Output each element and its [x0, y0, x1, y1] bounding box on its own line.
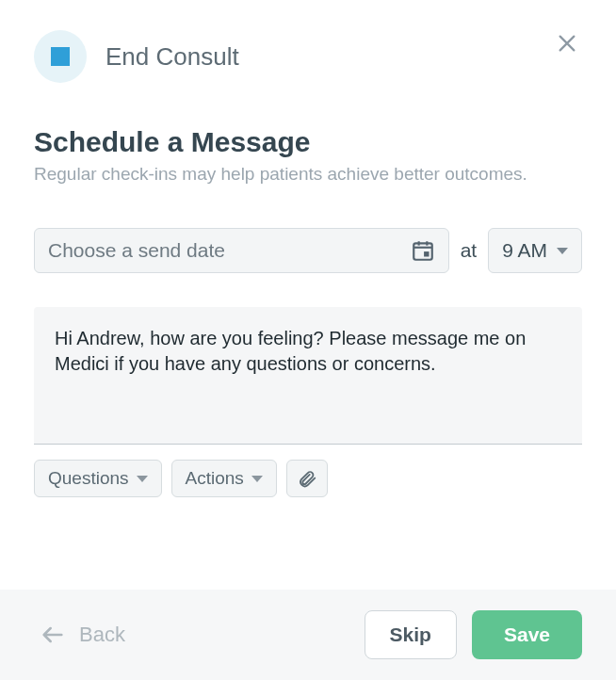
page-title: Schedule a Message	[34, 126, 582, 158]
dialog-header: End Consult	[0, 0, 616, 94]
at-label: at	[461, 239, 478, 262]
chevron-down-icon	[557, 248, 568, 254]
footer-actions: Skip Save	[365, 610, 582, 659]
message-toolbar: Questions Actions	[34, 460, 582, 497]
time-value: 9 AM	[502, 239, 547, 262]
chevron-down-icon	[137, 476, 148, 482]
calendar-icon	[411, 238, 435, 263]
time-select[interactable]: 9 AM	[488, 228, 582, 273]
questions-dropdown[interactable]: Questions	[34, 460, 162, 497]
back-label: Back	[79, 623, 125, 647]
actions-label: Actions	[186, 468, 244, 489]
skip-button[interactable]: Skip	[365, 610, 457, 659]
save-button[interactable]: Save	[472, 610, 582, 659]
message-textarea[interactable]	[34, 307, 582, 445]
dialog-footer: Back Skip Save	[0, 590, 616, 680]
actions-dropdown[interactable]: Actions	[171, 460, 277, 497]
svg-rect-1	[424, 251, 429, 256]
end-consult-icon-bg	[34, 30, 87, 83]
arrow-left-icon	[40, 622, 66, 648]
dialog-content: Schedule a Message Regular check-ins may…	[0, 94, 616, 590]
stop-icon	[51, 47, 70, 66]
schedule-row: Choose a send date at 9 AM	[34, 228, 582, 273]
chevron-down-icon	[251, 476, 263, 482]
svg-rect-0	[413, 243, 432, 259]
close-icon	[557, 33, 577, 54]
back-button[interactable]: Back	[34, 621, 131, 649]
close-button[interactable]	[552, 28, 582, 58]
send-date-picker[interactable]: Choose a send date	[34, 228, 449, 273]
dialog-title: End Consult	[105, 42, 239, 72]
send-date-placeholder: Choose a send date	[48, 239, 225, 262]
attach-button[interactable]	[286, 460, 328, 497]
paperclip-icon	[297, 468, 317, 489]
questions-label: Questions	[48, 468, 129, 489]
page-subtitle: Regular check-ins may help patients achi…	[34, 164, 582, 185]
